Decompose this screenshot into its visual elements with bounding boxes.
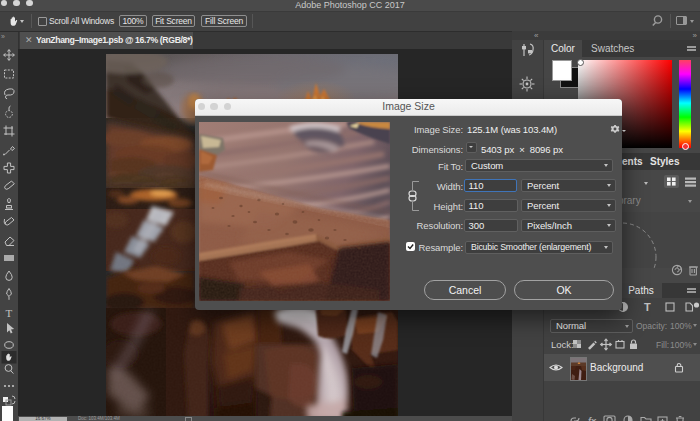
svg-text:T: T <box>5 307 12 319</box>
svg-text:fx: fx <box>588 416 597 421</box>
svg-text:T: T <box>644 301 651 313</box>
svg-text:»: » <box>1 33 5 40</box>
